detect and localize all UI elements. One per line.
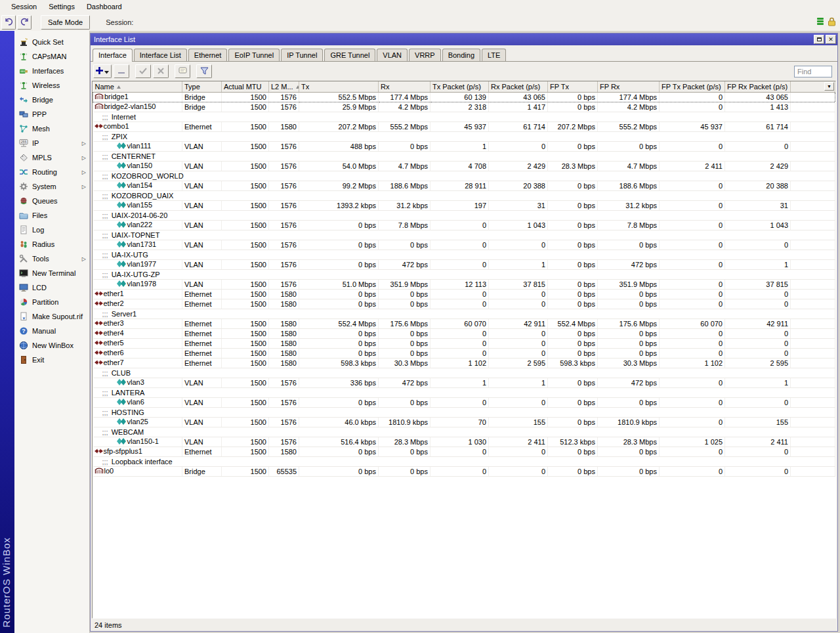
sidebar-item-ppp[interactable]: PPP — [14, 107, 89, 121]
sidebar-item-bridge[interactable]: Bridge — [14, 93, 89, 107]
tab-interface[interactable]: Interface — [93, 49, 133, 62]
redo-button[interactable] — [17, 15, 32, 30]
comment-row-club[interactable]: ;;;CLUB — [93, 368, 835, 378]
interface-row-ether6[interactable]: ether6Ethernet150015800 bps0 bps000 bps0… — [93, 348, 835, 358]
comment-row-lantera[interactable]: ;;;LANTERA — [93, 387, 835, 397]
interface-row-vlan150-1[interactable]: vlan150-1VLAN15001576516.4 kbps28.3 Mbps… — [93, 437, 835, 447]
comment-row-kozobrod-world[interactable]: ;;;KOZOBROD_WORLD — [93, 171, 835, 181]
column-header-type[interactable]: Type — [182, 81, 222, 92]
remove-button[interactable] — [114, 64, 129, 78]
restore-button[interactable] — [814, 35, 824, 44]
comment-row-internet[interactable]: ;;;Internet — [93, 112, 835, 121]
sidebar-item-routing[interactable]: Routing▷ — [14, 165, 89, 179]
comment-row-centernet[interactable]: ;;;CENTERNET — [93, 151, 835, 161]
interface-row-ether4[interactable]: ether4Ethernet150015800 bps0 bps000 bps0… — [93, 328, 835, 338]
column-header-fprxp[interactable]: FP Rx Packet (p/s) — [725, 81, 791, 92]
tab-ethernet[interactable]: Ethernet — [188, 49, 228, 61]
interface-row-ether1[interactable]: ether1Ethernet150015800 bps0 bps000 bps0… — [93, 289, 835, 299]
interface-row-ether3[interactable]: ether3Ethernet15001580552.4 Mbps175.6 Mb… — [93, 318, 835, 328]
menu-settings[interactable]: Settings — [43, 1, 81, 12]
filter-button[interactable] — [196, 64, 212, 78]
interface-row-vlan155[interactable]: vlan155VLAN150015761393.2 kbps31.2 kbps1… — [93, 200, 835, 210]
interface-row-vlan6[interactable]: vlan6VLAN150015760 bps0 bps000 bps0 bps0… — [93, 397, 835, 407]
sidebar-item-system[interactable]: System▷ — [14, 179, 89, 194]
enable-button[interactable] — [135, 64, 151, 78]
sidebar-item-manual[interactable]: ?Manual — [14, 324, 89, 338]
sidebar-item-mpls[interactable]: MPLS▷ — [14, 150, 89, 165]
find-input[interactable] — [794, 66, 832, 77]
sidebar-item-lcd[interactable]: LCD — [14, 280, 89, 295]
sidebar-item-wireless[interactable]: Wireless — [14, 78, 89, 93]
interface-row-ether2[interactable]: ether2Ethernet150015800 bps0 bps000 bps0… — [93, 299, 835, 309]
add-button[interactable] — [93, 64, 112, 78]
column-header-name[interactable]: Name — [93, 81, 182, 92]
sidebar-item-interfaces[interactable]: Interfaces — [14, 64, 89, 78]
interface-row-combo1[interactable]: combo1Ethernet15001580207.2 Mbps555.2 Mb… — [93, 121, 835, 131]
comment-row-hosting[interactable]: ;;;HOSTING — [93, 407, 835, 417]
comment-row-webcam[interactable]: ;;;WEBCAM — [93, 427, 835, 437]
comment-row-zpix[interactable]: ;;;ZPIX — [93, 131, 835, 141]
disable-button[interactable] — [153, 64, 169, 78]
comment-button[interactable] — [175, 64, 190, 78]
comment-row-server1[interactable]: ;;;Server1 — [93, 309, 835, 318]
tab-lte[interactable]: LTE — [482, 49, 506, 61]
interface-row-bridge1[interactable]: bridge1Bridge15001576552.5 Mbps177.4 Mbp… — [93, 92, 835, 102]
column-selector-button[interactable]: ▼ — [824, 82, 834, 91]
sidebar-item-new-terminal[interactable]: New Terminal — [14, 266, 89, 280]
tab-vlan[interactable]: VLAN — [377, 49, 408, 61]
column-header-filler[interactable]: ▼ — [791, 81, 835, 92]
sidebar-item-files[interactable]: Files — [14, 208, 89, 223]
interface-row-vlan222[interactable]: vlan222VLAN150015760 bps7.8 Mbps01 0430 … — [93, 220, 835, 230]
tab-bonding[interactable]: Bonding — [442, 49, 480, 61]
menu-session[interactable]: Session — [5, 1, 43, 12]
column-header-fptx[interactable]: FP Tx — [548, 81, 598, 92]
interface-row-sfp-sfpplus1[interactable]: sfp-sfpplus1Ethernet150015800 bps0 bps00… — [93, 447, 835, 456]
sidebar-item-queues[interactable]: Queues — [14, 194, 89, 208]
tab-vrrp[interactable]: VRRP — [409, 49, 441, 61]
comment-row-uaix-2014-06-20[interactable]: ;;;UAIX-2014-06-20 — [93, 210, 835, 220]
comment-row-kozobrod-uaix[interactable]: ;;;KOZOBROD_UAIX — [93, 190, 835, 200]
safe-mode-button[interactable]: Safe Mode — [41, 15, 90, 30]
sidebar-item-log[interactable]: Log — [14, 223, 89, 237]
sidebar-item-make-supout-rif[interactable]: Make Supout.rif — [14, 309, 89, 324]
tab-eoip-tunnel[interactable]: EoIP Tunnel — [228, 49, 280, 61]
interface-row-vlan3[interactable]: vlan3VLAN15001576336 bps472 bps110 bps47… — [93, 378, 835, 387]
column-header-rx[interactable]: Rx — [379, 81, 430, 92]
column-header-fptxp[interactable]: FP Tx Packet (p/s) — [660, 81, 725, 92]
tab-interface-list[interactable]: Interface List — [134, 49, 187, 61]
interface-row-vlan154[interactable]: vlan154VLAN1500157699.2 Mbps188.6 Mbps28… — [93, 181, 835, 190]
sidebar-item-tools[interactable]: Tools▷ — [14, 251, 89, 266]
tab-ip-tunnel[interactable]: IP Tunnel — [281, 49, 323, 61]
column-header-fprx[interactable]: FP Rx — [598, 81, 660, 92]
menu-dashboard[interactable]: Dashboard — [81, 1, 128, 12]
sidebar-item-exit[interactable]: Exit — [14, 353, 89, 367]
column-header-txp[interactable]: Tx Packet (p/s) — [430, 81, 489, 92]
interface-row-lo0[interactable]: lo0Bridge1500655350 bps0 bps000 bps0 bps… — [93, 466, 835, 476]
sidebar-item-ip[interactable]: 255IP▷ — [14, 136, 89, 150]
close-button[interactable]: ✕ — [826, 35, 836, 44]
sidebar-item-mesh[interactable]: Mesh — [14, 121, 89, 136]
column-header-amtu[interactable]: Actual MTU — [222, 81, 269, 92]
sidebar-item-quick-set[interactable]: Quick Set — [14, 35, 89, 49]
interface-row-ether7[interactable]: ether7Ethernet15001580598.3 kbps30.3 Mbp… — [93, 358, 835, 368]
interface-row-vlan1731[interactable]: vlan1731VLAN150015760 bps0 bps000 bps0 b… — [93, 240, 835, 250]
tab-gre-tunnel[interactable]: GRE Tunnel — [324, 49, 375, 61]
interface-row-vlan1977[interactable]: vlan1977VLAN150015760 bps472 bps010 bps4… — [93, 259, 835, 269]
interface-row-vlan1978[interactable]: vlan1978VLAN1500157651.0 Mbps351.9 Mbps1… — [93, 279, 835, 289]
comment-row-loopback-interface[interactable]: ;;;Loopback interface — [93, 456, 835, 466]
comment-row-ua-ix-utg[interactable]: ;;;UA-IX-UTG — [93, 250, 835, 259]
sidebar-item-radius[interactable]: Radius — [14, 237, 89, 251]
undo-button[interactable] — [1, 15, 16, 30]
interface-row-vlan150[interactable]: vlan150VLAN1500157654.0 Mbps4.7 Mbps4 70… — [93, 161, 835, 171]
interface-row-ether5[interactable]: ether5Ethernet150015800 bps0 bps000 bps0… — [93, 338, 835, 348]
column-header-rxp[interactable]: Rx Packet (p/s) — [489, 81, 548, 92]
comment-row-uaix-topnet[interactable]: ;;;UAIX-TOPNET — [93, 230, 835, 240]
sidebar-item-partition[interactable]: Partition — [14, 295, 89, 309]
interface-row-bridge2-vlan150[interactable]: bridge2-vlan150Bridge1500157625.9 Mbps4.… — [93, 102, 835, 112]
sidebar-item-capsman[interactable]: CAPsMAN — [14, 49, 89, 64]
column-header-l2[interactable]: L2 M... — [269, 81, 299, 92]
interface-row-vlan25[interactable]: vlan25VLAN1500157646.0 kbps1810.9 kbps70… — [93, 417, 835, 427]
comment-row-ua-ix-utg-zp[interactable]: ;;;UA-IX-UTG-ZP — [93, 269, 835, 279]
sidebar-item-new-winbox[interactable]: New WinBox — [14, 338, 89, 353]
interface-row-vlan111[interactable]: vlan111VLAN15001576488 bps0 bps100 bps0 … — [93, 141, 835, 151]
